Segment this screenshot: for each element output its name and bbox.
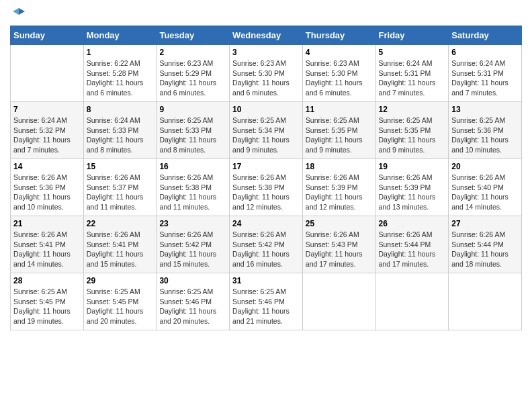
- day-number: 9: [159, 105, 226, 114]
- calendar-cell: 31Sunrise: 6:25 AM Sunset: 5:46 PM Dayli…: [230, 273, 303, 330]
- calendar-cell: 25Sunrise: 6:26 AM Sunset: 5:43 PM Dayli…: [302, 216, 375, 273]
- calendar-cell: 22Sunrise: 6:26 AM Sunset: 5:41 PM Dayli…: [83, 216, 157, 273]
- calendar-cell: 15Sunrise: 6:26 AM Sunset: 5:37 PM Dayli…: [83, 159, 157, 216]
- day-number: 21: [13, 219, 81, 228]
- cell-sun-info: Sunrise: 6:26 AM Sunset: 5:40 PM Dayligh…: [451, 173, 519, 212]
- calendar-cell: 7Sunrise: 6:24 AM Sunset: 5:32 PM Daylig…: [11, 102, 84, 159]
- page-header: [10, 7, 522, 20]
- calendar-cell: 11Sunrise: 6:25 AM Sunset: 5:35 PM Dayli…: [302, 102, 375, 159]
- logo-flag-icon: [11, 7, 26, 21]
- day-number: 22: [87, 219, 154, 228]
- calendar-cell: 23Sunrise: 6:26 AM Sunset: 5:42 PM Dayli…: [157, 216, 230, 273]
- day-number: 31: [232, 276, 300, 285]
- cell-sun-info: Sunrise: 6:26 AM Sunset: 5:38 PM Dayligh…: [232, 173, 300, 212]
- calendar-cell: 10Sunrise: 6:25 AM Sunset: 5:34 PM Dayli…: [230, 102, 303, 159]
- calendar-cell: 26Sunrise: 6:26 AM Sunset: 5:44 PM Dayli…: [375, 216, 449, 273]
- calendar-cell: 29Sunrise: 6:25 AM Sunset: 5:45 PM Dayli…: [83, 273, 157, 330]
- day-number: 4: [306, 48, 373, 57]
- day-number: 13: [451, 105, 519, 114]
- calendar-cell: [449, 273, 522, 330]
- calendar-cell: 8Sunrise: 6:24 AM Sunset: 5:33 PM Daylig…: [83, 102, 157, 159]
- calendar-cell: 17Sunrise: 6:26 AM Sunset: 5:38 PM Dayli…: [230, 159, 303, 216]
- day-number: 23: [159, 219, 226, 228]
- calendar-cell: 20Sunrise: 6:26 AM Sunset: 5:40 PM Dayli…: [449, 159, 522, 216]
- cell-sun-info: Sunrise: 6:24 AM Sunset: 5:32 PM Dayligh…: [13, 116, 81, 155]
- day-number: 25: [306, 219, 373, 228]
- cell-sun-info: Sunrise: 6:25 AM Sunset: 5:33 PM Dayligh…: [159, 116, 226, 155]
- cell-sun-info: Sunrise: 6:25 AM Sunset: 5:34 PM Dayligh…: [232, 116, 300, 155]
- day-number: 14: [13, 162, 81, 171]
- calendar-cell: [11, 45, 84, 102]
- weekday-header-sunday: Sunday: [11, 26, 84, 45]
- day-number: 7: [13, 105, 81, 114]
- cell-sun-info: Sunrise: 6:25 AM Sunset: 5:45 PM Dayligh…: [13, 287, 81, 326]
- calendar-cell: 6Sunrise: 6:24 AM Sunset: 5:31 PM Daylig…: [449, 45, 522, 102]
- calendar-cell: [375, 273, 449, 330]
- calendar-cell: 27Sunrise: 6:26 AM Sunset: 5:44 PM Dayli…: [449, 216, 522, 273]
- calendar-cell: 21Sunrise: 6:26 AM Sunset: 5:41 PM Dayli…: [11, 216, 84, 273]
- weekday-header-tuesday: Tuesday: [157, 26, 230, 45]
- calendar-cell: 5Sunrise: 6:24 AM Sunset: 5:31 PM Daylig…: [375, 45, 449, 102]
- day-number: 24: [232, 219, 300, 228]
- day-number: 26: [379, 219, 446, 228]
- cell-sun-info: Sunrise: 6:23 AM Sunset: 5:30 PM Dayligh…: [306, 58, 373, 98]
- cell-sun-info: Sunrise: 6:26 AM Sunset: 5:39 PM Dayligh…: [379, 173, 446, 212]
- weekday-header-friday: Friday: [375, 26, 449, 45]
- day-number: 20: [451, 162, 519, 171]
- calendar-cell: 1Sunrise: 6:22 AM Sunset: 5:28 PM Daylig…: [83, 45, 157, 102]
- calendar-table: SundayMondayTuesdayWednesdayThursdayFrid…: [10, 26, 522, 330]
- calendar-cell: [302, 273, 375, 330]
- calendar-cell: 28Sunrise: 6:25 AM Sunset: 5:45 PM Dayli…: [11, 273, 84, 330]
- calendar-cell: 18Sunrise: 6:26 AM Sunset: 5:39 PM Dayli…: [302, 159, 375, 216]
- day-number: 28: [13, 276, 81, 285]
- day-number: 19: [379, 162, 446, 171]
- cell-sun-info: Sunrise: 6:25 AM Sunset: 5:35 PM Dayligh…: [379, 116, 446, 155]
- day-number: 15: [87, 162, 154, 171]
- svg-marker-0: [19, 8, 25, 15]
- calendar-cell: 12Sunrise: 6:25 AM Sunset: 5:35 PM Dayli…: [375, 102, 449, 159]
- cell-sun-info: Sunrise: 6:26 AM Sunset: 5:44 PM Dayligh…: [379, 230, 446, 269]
- day-number: 30: [159, 276, 226, 285]
- cell-sun-info: Sunrise: 6:24 AM Sunset: 5:33 PM Dayligh…: [87, 116, 154, 155]
- cell-sun-info: Sunrise: 6:26 AM Sunset: 5:36 PM Dayligh…: [13, 173, 81, 212]
- cell-sun-info: Sunrise: 6:26 AM Sunset: 5:44 PM Dayligh…: [451, 230, 519, 269]
- day-number: 18: [306, 162, 373, 171]
- day-number: 5: [379, 48, 446, 57]
- day-number: 11: [306, 105, 373, 114]
- cell-sun-info: Sunrise: 6:22 AM Sunset: 5:28 PM Dayligh…: [87, 58, 154, 98]
- cell-sun-info: Sunrise: 6:26 AM Sunset: 5:39 PM Dayligh…: [306, 173, 373, 212]
- calendar-cell: 24Sunrise: 6:26 AM Sunset: 5:42 PM Dayli…: [230, 216, 303, 273]
- cell-sun-info: Sunrise: 6:26 AM Sunset: 5:43 PM Dayligh…: [306, 230, 373, 269]
- day-number: 10: [232, 105, 300, 114]
- day-number: 12: [379, 105, 446, 114]
- cell-sun-info: Sunrise: 6:25 AM Sunset: 5:35 PM Dayligh…: [306, 116, 373, 155]
- cell-sun-info: Sunrise: 6:23 AM Sunset: 5:29 PM Dayligh…: [159, 58, 226, 98]
- cell-sun-info: Sunrise: 6:25 AM Sunset: 5:45 PM Dayligh…: [87, 287, 154, 326]
- day-number: 3: [232, 48, 300, 57]
- day-number: 6: [451, 48, 519, 57]
- cell-sun-info: Sunrise: 6:26 AM Sunset: 5:37 PM Dayligh…: [87, 173, 154, 212]
- day-number: 2: [159, 48, 226, 57]
- cell-sun-info: Sunrise: 6:25 AM Sunset: 5:46 PM Dayligh…: [159, 287, 226, 326]
- cell-sun-info: Sunrise: 6:24 AM Sunset: 5:31 PM Dayligh…: [379, 58, 446, 98]
- cell-sun-info: Sunrise: 6:26 AM Sunset: 5:38 PM Dayligh…: [159, 173, 226, 212]
- calendar-cell: 30Sunrise: 6:25 AM Sunset: 5:46 PM Dayli…: [157, 273, 230, 330]
- calendar-cell: 3Sunrise: 6:23 AM Sunset: 5:30 PM Daylig…: [230, 45, 303, 102]
- calendar-cell: 19Sunrise: 6:26 AM Sunset: 5:39 PM Dayli…: [375, 159, 449, 216]
- cell-sun-info: Sunrise: 6:26 AM Sunset: 5:42 PM Dayligh…: [232, 230, 300, 269]
- cell-sun-info: Sunrise: 6:24 AM Sunset: 5:31 PM Dayligh…: [451, 58, 519, 98]
- svg-marker-1: [13, 8, 19, 15]
- calendar-cell: 4Sunrise: 6:23 AM Sunset: 5:30 PM Daylig…: [302, 45, 375, 102]
- day-number: 17: [232, 162, 300, 171]
- day-number: 8: [87, 105, 154, 114]
- day-number: 16: [159, 162, 226, 171]
- weekday-header-saturday: Saturday: [449, 26, 522, 45]
- cell-sun-info: Sunrise: 6:25 AM Sunset: 5:36 PM Dayligh…: [451, 116, 519, 155]
- calendar-cell: 2Sunrise: 6:23 AM Sunset: 5:29 PM Daylig…: [157, 45, 230, 102]
- cell-sun-info: Sunrise: 6:23 AM Sunset: 5:30 PM Dayligh…: [232, 58, 300, 98]
- calendar-cell: 13Sunrise: 6:25 AM Sunset: 5:36 PM Dayli…: [449, 102, 522, 159]
- weekday-header-monday: Monday: [83, 26, 157, 45]
- calendar-cell: 14Sunrise: 6:26 AM Sunset: 5:36 PM Dayli…: [11, 159, 84, 216]
- logo: [10, 7, 26, 20]
- cell-sun-info: Sunrise: 6:26 AM Sunset: 5:42 PM Dayligh…: [159, 230, 226, 269]
